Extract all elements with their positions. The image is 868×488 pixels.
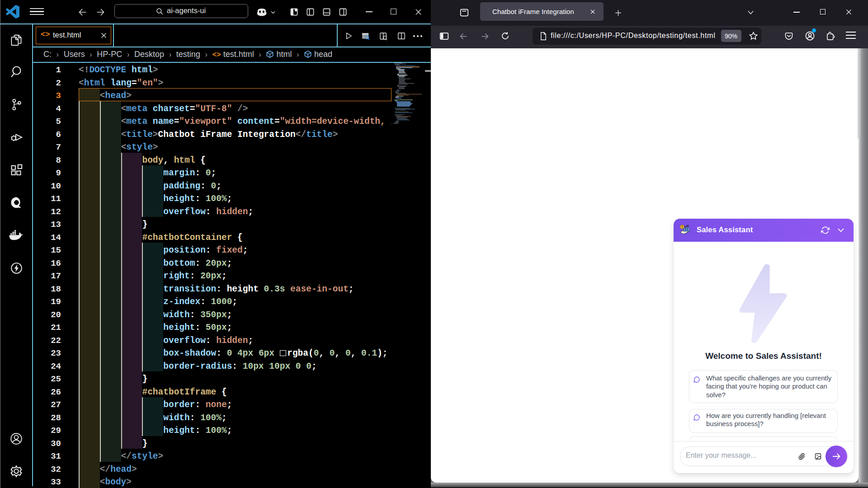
svg-text:$: $	[681, 225, 683, 229]
